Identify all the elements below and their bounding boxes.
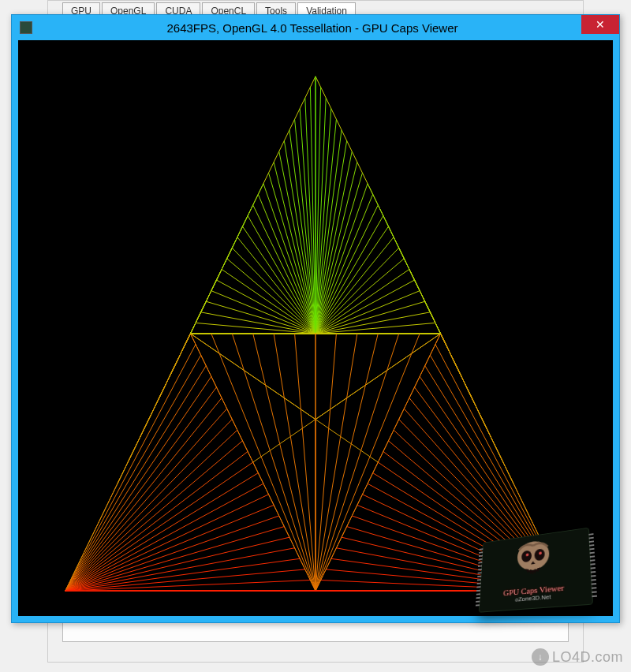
svg-line-104 [65,483,263,591]
svg-line-50 [316,280,415,334]
opengl-viewport [18,40,613,616]
svg-line-149 [316,334,378,591]
svg-line-96 [65,398,222,592]
svg-line-99 [65,430,237,591]
svg-line-106 [65,505,274,591]
svg-line-43 [316,205,378,334]
svg-line-26 [211,291,316,334]
svg-line-94 [65,376,211,591]
svg-line-143 [253,334,316,591]
svg-line-24 [222,269,316,334]
svg-line-147 [316,334,336,591]
tessellation-render [18,40,613,616]
svg-line-49 [316,269,409,334]
svg-line-107 [65,516,279,591]
svg-line-144 [274,334,316,591]
svg-line-148 [316,334,357,591]
watermark: ↓ LO4D.com [532,648,623,666]
svg-line-100 [65,441,243,591]
skull-icon [511,537,555,578]
opengl-demo-window[interactable]: 2643FPS, OpenGL 4.0 Tessellation - GPU C… [11,14,620,623]
svg-line-140 [190,334,316,591]
close-button[interactable]: ✕ [581,15,619,34]
titlebar[interactable]: 2643FPS, OpenGL 4.0 Tessellation - GPU C… [12,15,619,40]
svg-line-18 [253,205,316,334]
window-title: 2643FPS, OpenGL 4.0 Tessellation - GPU C… [37,21,619,35]
svg-line-97 [65,409,227,591]
watermark-text: LO4D.com [552,649,623,666]
svg-line-25 [216,280,316,334]
svg-line-91 [65,345,196,592]
download-icon: ↓ [532,648,549,666]
svg-line-152 [316,334,441,591]
svg-line-51 [316,291,420,334]
gpu-caps-viewer-logo: GPU Caps Viewer oZone3D.Net [477,525,611,628]
svg-line-145 [295,334,316,591]
app-icon [20,21,32,34]
svg-line-102 [65,462,253,591]
